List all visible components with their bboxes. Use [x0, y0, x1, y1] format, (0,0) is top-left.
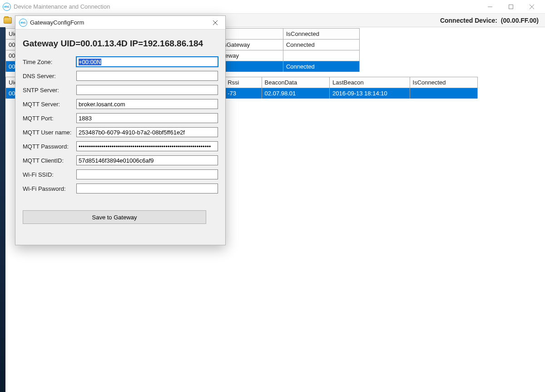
table-cell: -73 — [225, 88, 262, 99]
connected-value-text: (00.00.FF.00) — [501, 17, 539, 24]
column-header[interactable]: Rssi — [225, 77, 262, 88]
table-cell: 02.07.98.01 — [262, 88, 329, 99]
field-label: Time Zone: — [23, 59, 76, 65]
connected-device-label: Connected Device: (00.00.FF.00) — [440, 17, 541, 24]
table-cell: Connected — [283, 61, 359, 72]
table-cell: 2016-09-13 18:14:10 — [330, 88, 410, 99]
field-label: MQTT ClientID: — [23, 157, 76, 164]
desktop-sliver — [0, 27, 5, 392]
field-label: MQTT Port: — [23, 115, 76, 122]
sntp-server-input[interactable] — [76, 85, 218, 95]
field-label: MQTT Server: — [23, 101, 76, 108]
dialog-close-button[interactable] — [209, 16, 222, 29]
table-cell — [410, 88, 477, 99]
dialog-app-icon: mc — [19, 19, 27, 27]
field-label: DNS Server: — [23, 73, 76, 79]
wi-fi-ssid-input[interactable] — [76, 169, 218, 179]
form-row: DNS Server: — [23, 71, 218, 81]
form-row: MQTT Server: — [23, 99, 218, 109]
minimize-button[interactable] — [480, 0, 500, 13]
mqtt-clientid-input[interactable] — [76, 155, 218, 165]
dialog-titlebar[interactable]: mc GatewayConfigForm — [15, 16, 225, 30]
field-label: Wi-Fi Password: — [23, 185, 76, 192]
form-row: SNTP Server: — [23, 85, 218, 95]
window-close-button[interactable] — [521, 0, 542, 13]
form-row: MQTT User name: — [23, 127, 218, 137]
open-folder-icon[interactable] — [4, 17, 12, 24]
save-to-gateway-button[interactable]: Save to Gateway — [23, 210, 206, 224]
form-row: Wi-Fi Password: — [23, 184, 218, 194]
table-cell: Connected — [283, 40, 359, 50]
dialog-heading: Gateway UID=00.01.13.4D IP=192.168.86.18… — [23, 39, 218, 49]
form-row: Wi-Fi SSID: — [23, 169, 218, 179]
form-row: MQTT Port: — [23, 113, 218, 123]
form-row: MQTT ClientID: — [23, 155, 218, 165]
dialog-body: Gateway UID=00.01.13.4D IP=192.168.86.18… — [15, 30, 225, 245]
mqtt-port-input[interactable] — [76, 113, 218, 123]
column-header[interactable]: BeaconData — [262, 77, 329, 88]
table-cell — [283, 50, 359, 61]
svg-rect-1 — [509, 5, 513, 9]
main-window-title: Device Maintenance and Connection — [14, 3, 110, 10]
gateway-config-dialog: mc GatewayConfigForm Gateway UID=00.01.1… — [15, 15, 226, 245]
dns-server-input[interactable] — [76, 71, 218, 81]
maximize-button[interactable] — [500, 0, 521, 13]
wi-fi-password-input[interactable] — [76, 184, 218, 194]
main-titlebar: mc Device Maintenance and Connection — [0, 0, 545, 14]
time-zone-input[interactable] — [76, 57, 218, 67]
column-header[interactable]: IsConnected — [283, 29, 359, 40]
app-icon: mc — [3, 3, 11, 11]
column-header[interactable]: IsConnected — [410, 77, 477, 88]
mqtt-password-input[interactable] — [76, 141, 218, 151]
form-row: Time Zone: — [23, 57, 218, 67]
field-label: MQTT Password: — [23, 143, 76, 150]
connected-label-text: Connected Device: — [440, 17, 497, 24]
field-label: Wi-Fi SSID: — [23, 171, 76, 178]
mqtt-server-input[interactable] — [76, 99, 218, 109]
field-label: SNTP Server: — [23, 87, 76, 94]
field-label: MQTT User name: — [23, 129, 76, 136]
column-header[interactable]: LastBeacon — [330, 77, 410, 88]
dialog-title: GatewayConfigForm — [30, 19, 84, 26]
form-row: MQTT Password: — [23, 141, 218, 151]
mqtt-user-name-input[interactable] — [76, 127, 218, 137]
